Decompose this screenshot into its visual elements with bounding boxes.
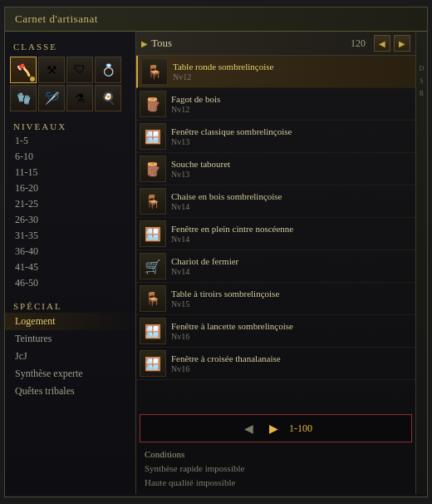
- recipe-info-1: Fagot de bois Nv12: [171, 94, 220, 114]
- recipe-info-9: Fenêtre à croisée thanalanaise Nv16: [171, 353, 281, 373]
- conditions-title: Conditions: [145, 449, 407, 459]
- class-icon-grid: 🪓 ⚒ 🛡 💍 🧤 🪡 ⚗ 🍳: [5, 53, 135, 115]
- recipe-item-2[interactable]: 🪟 Fenêtre classique sombrelinçoise Nv13: [136, 121, 415, 153]
- special-item-synthese-experte[interactable]: Synthèse experte: [5, 365, 135, 383]
- special-item-logement[interactable]: Logement: [5, 313, 135, 330]
- class-row-2: 🧤 🪡 ⚗ 🍳: [10, 85, 130, 111]
- level-item-11-15[interactable]: 11-15: [5, 165, 135, 180]
- recipe-name-8: Fenêtre à lancette sombrelinçoise: [171, 321, 293, 332]
- recipe-info-0: Table ronde sombrelinçoise Nv12: [173, 62, 273, 82]
- recipe-icon-5: 🪟: [140, 220, 166, 247]
- side-strip-marker-2: S: [420, 77, 423, 85]
- class-icon-blacksmith[interactable]: ⚒: [38, 57, 65, 83]
- recipe-info-7: Table à tiroirs sombrelinçoise Nv15: [171, 289, 279, 309]
- recipe-level-8: Nv16: [171, 332, 293, 341]
- recipe-item-7[interactable]: 🪑 Table à tiroirs sombrelinçoise Nv15: [136, 283, 415, 315]
- class-icon-armorer[interactable]: 🛡: [66, 57, 93, 83]
- recipe-level-1: Nv12: [171, 105, 220, 114]
- side-strip-marker-1: D: [420, 65, 425, 72]
- recipe-list: 🪑 Table ronde sombrelinçoise Nv12 🪵 Fago…: [136, 56, 415, 413]
- recipe-icon-7: 🪑: [140, 285, 166, 312]
- recipe-name-4: Chaise en bois sombrelinçoise: [171, 191, 282, 202]
- recipe-info-5: Fenêtre en plein cintre noscéenne Nv14: [171, 224, 293, 244]
- level-item-46-50[interactable]: 46-50: [5, 275, 135, 291]
- crafting-notebook-window: Carnet d'artisanat Classe 🪓 ⚒ 🛡 💍 🧤 🪡 ⚗ …: [4, 7, 428, 497]
- pagination-bar: ◀ ▶ 1-100: [140, 414, 412, 442]
- side-strip: D S R: [415, 32, 427, 494]
- filter-bar: ▶ Tous 120 ◀ ▶: [136, 32, 415, 56]
- recipe-item-1[interactable]: 🪵 Fagot de bois Nv12: [136, 88, 415, 121]
- page-next-button[interactable]: ▶: [264, 419, 282, 437]
- class-icon-weaver[interactable]: 🪡: [38, 85, 65, 111]
- recipe-level-6: Nv14: [171, 267, 238, 276]
- recipe-info-4: Chaise en bois sombrelinçoise Nv14: [171, 191, 282, 211]
- recipe-name-9: Fenêtre à croisée thanalanaise: [171, 353, 281, 364]
- levels-section-header: Niveaux: [5, 118, 135, 133]
- recipe-name-6: Chariot de fermier: [171, 256, 238, 267]
- levels-section: Niveaux 1-5 6-10 11-15 16-20 21-25 26-30…: [5, 115, 135, 294]
- level-item-31-35[interactable]: 31-35: [5, 228, 135, 244]
- special-item-teintures[interactable]: Teintures: [5, 330, 135, 348]
- recipe-item-4[interactable]: 🪑 Chaise en bois sombrelinçoise Nv14: [136, 185, 415, 218]
- side-strip-marker-3: R: [420, 90, 424, 97]
- recipe-level-5: Nv14: [171, 235, 293, 244]
- recipe-item-3[interactable]: 🪵 Souche tabouret Nv13: [136, 153, 415, 185]
- level-item-36-40[interactable]: 36-40: [5, 244, 135, 259]
- recipe-level-0: Nv12: [173, 72, 273, 82]
- special-item-quetes-tribales[interactable]: Quêtes tribales: [5, 383, 135, 400]
- recipe-name-7: Table à tiroirs sombrelinçoise: [171, 289, 279, 299]
- class-icon-goldsmith[interactable]: 💍: [95, 57, 121, 83]
- recipe-info-6: Chariot de fermier Nv14: [171, 256, 238, 276]
- level-item-16-20[interactable]: 16-20: [5, 180, 135, 196]
- recipe-item-0[interactable]: 🪑 Table ronde sombrelinçoise Nv12: [136, 56, 415, 88]
- class-icon-carpenter[interactable]: 🪓: [10, 57, 37, 83]
- recipe-icon-1: 🪵: [140, 91, 166, 117]
- page-prev-button[interactable]: ◀: [239, 419, 258, 437]
- level-item-1-5[interactable]: 1-5: [5, 133, 135, 149]
- filter-expand-icon: ▶: [141, 39, 148, 48]
- special-item-jcj[interactable]: JcJ: [5, 348, 135, 365]
- recipe-name-5: Fenêtre en plein cintre noscéenne: [171, 224, 293, 235]
- conditions-section: Conditions Synthèse rapide impossible Ha…: [136, 444, 415, 494]
- class-icon-alchemist[interactable]: ⚗: [66, 85, 93, 111]
- level-item-41-45[interactable]: 41-45: [5, 259, 135, 275]
- recipe-item-8[interactable]: 🪟 Fenêtre à lancette sombrelinçoise Nv16: [136, 315, 415, 348]
- recipe-icon-9: 🪟: [140, 350, 166, 377]
- filter-label: Tous: [151, 37, 347, 50]
- filter-next-button[interactable]: ▶: [394, 35, 410, 52]
- page-range-label: 1-100: [289, 422, 312, 435]
- class-icon-leatherworker[interactable]: 🧤: [10, 85, 37, 111]
- recipe-level-9: Nv16: [171, 364, 281, 373]
- recipe-name-3: Souche tabouret: [171, 159, 230, 170]
- window-title-bar: Carnet d'artisanat: [5, 7, 427, 32]
- recipe-level-3: Nv13: [171, 170, 230, 179]
- filter-prev-button[interactable]: ◀: [374, 35, 390, 52]
- filter-count: 120: [351, 37, 366, 50]
- class-section-header: Classe: [5, 38, 135, 53]
- main-panel: ▶ Tous 120 ◀ ▶ 🪑 Table ronde sombrelinço…: [136, 32, 415, 494]
- recipe-icon-4: 🪑: [140, 188, 166, 215]
- recipe-icon-3: 🪵: [140, 156, 166, 182]
- recipe-name-2: Fenêtre classique sombrelinçoise: [171, 126, 292, 137]
- recipe-item-6[interactable]: 🛒 Chariot de fermier Nv14: [136, 250, 415, 283]
- level-item-21-25[interactable]: 21-25: [5, 196, 135, 212]
- recipe-name-1: Fagot de bois: [171, 94, 220, 105]
- level-item-26-30[interactable]: 26-30: [5, 212, 135, 228]
- recipe-level-4: Nv14: [171, 202, 282, 211]
- recipe-name-0: Table ronde sombrelinçoise: [173, 62, 273, 72]
- recipe-level-2: Nv13: [171, 137, 292, 146]
- sidebar: Classe 🪓 ⚒ 🛡 💍 🧤 🪡 ⚗ 🍳 Niveaux 1-5: [5, 32, 136, 494]
- condition-item-1: Haute qualité impossible: [145, 476, 407, 490]
- recipe-icon-6: 🛒: [140, 253, 166, 279]
- special-section: Spécial Logement Teintures JcJ Synthèse …: [5, 298, 135, 400]
- class-icon-culinarian[interactable]: 🍳: [95, 85, 121, 111]
- recipe-icon-8: 🪟: [140, 318, 166, 344]
- recipe-item-9[interactable]: 🪟 Fenêtre à croisée thanalanaise Nv16: [136, 348, 415, 380]
- recipe-info-3: Souche tabouret Nv13: [171, 159, 230, 179]
- recipe-info-8: Fenêtre à lancette sombrelinçoise Nv16: [171, 321, 293, 341]
- level-item-6-10[interactable]: 6-10: [5, 149, 135, 165]
- recipe-item-5[interactable]: 🪟 Fenêtre en plein cintre noscéenne Nv14: [136, 218, 415, 250]
- special-section-header: Spécial: [5, 298, 135, 313]
- recipe-level-7: Nv15: [171, 299, 279, 309]
- recipe-icon-0: 🪑: [141, 58, 168, 85]
